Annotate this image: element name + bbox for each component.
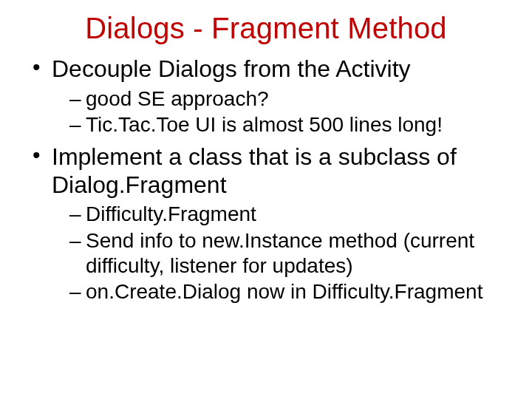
bullet-item: Decouple Dialogs from the Activity good … [30,55,510,137]
sub-bullet-item: Tic.Tac.Toe UI is almost 500 lines long! [69,112,510,137]
bullet-text: Decouple Dialogs from the Activity [52,55,411,82]
sub-bullet-list: Difficulty.Fragment Send info to new.Ins… [52,202,510,304]
sub-bullet-text: good SE approach? [86,87,269,110]
sub-bullet-item: good SE approach? [69,86,510,112]
slide-title: Dialogs - Fragment Method [22,12,510,45]
bullet-text: Implement a class that is a subclass of … [52,143,457,198]
slide: Dialogs - Fragment Method Decouple Dialo… [0,0,532,399]
sub-bullet-item: Difficulty.Fragment [69,202,510,227]
sub-bullet-text: Send info to new.Instance method (curren… [86,229,474,277]
sub-bullet-item: Send info to new.Instance method (curren… [69,228,510,278]
sub-bullet-list: good SE approach? Tic.Tac.Toe UI is almo… [52,86,510,137]
sub-bullet-text: on.Create.Dialog now in Difficulty.Fragm… [86,280,482,303]
sub-bullet-item: on.Create.Dialog now in Difficulty.Fragm… [69,279,510,304]
sub-bullet-text: Difficulty.Fragment [86,202,256,225]
bullet-list: Decouple Dialogs from the Activity good … [22,55,510,304]
bullet-item: Implement a class that is a subclass of … [30,143,510,304]
sub-bullet-text: Tic.Tac.Toe UI is almost 500 lines long! [86,113,443,136]
